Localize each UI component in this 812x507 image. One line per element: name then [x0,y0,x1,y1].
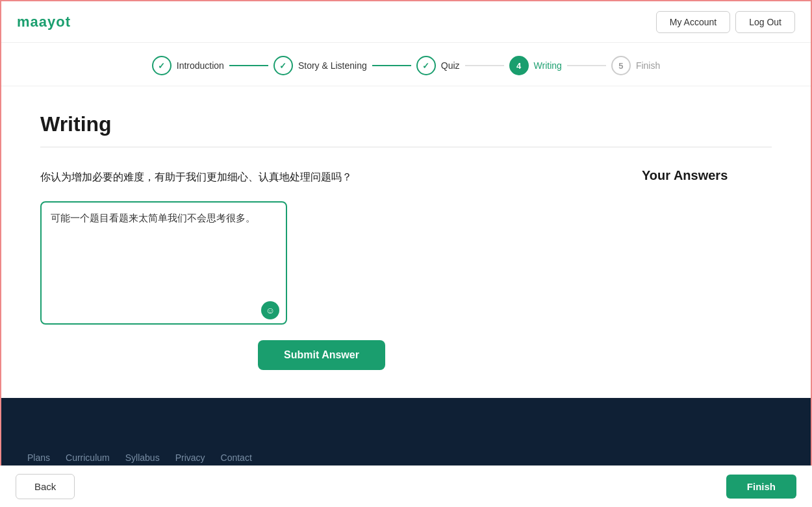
textarea-wrapper: ☺ [40,201,287,327]
emoji-button[interactable]: ☺ [261,301,279,319]
step-introduction[interactable]: Introduction [152,56,224,75]
step-label-quiz: Quiz [441,60,460,71]
step-number-finish: 5 [618,61,623,71]
footer-link-privacy[interactable]: Privacy [175,452,205,463]
checkmark-icon-3 [422,61,429,71]
step-connector-1 [229,65,268,66]
step-circle-story-listening [273,56,293,75]
title-divider [40,147,772,147]
footer-link-curriculum[interactable]: Curriculum [66,452,110,463]
your-answers-section: Your Answers [642,168,772,183]
content-area: 你认为增加必要的难度，有助于我们更加细心、认真地处理问题吗？ ☺ Submit … [40,168,772,370]
main-content: Writing 你认为增加必要的难度，有助于我们更加细心、认真地处理问题吗？ ☺… [1,86,811,398]
step-connector-4 [567,65,606,66]
question-section: 你认为增加必要的难度，有助于我们更加细心、认真地处理问题吗？ ☺ Submit … [40,168,603,370]
step-quiz[interactable]: Quiz [416,56,460,75]
step-circle-introduction [152,56,171,75]
step-writing[interactable]: 4 Writing [509,56,562,75]
step-number-writing: 4 [516,61,521,71]
step-label-story-listening: Story & Listening [298,60,367,71]
my-account-button[interactable]: My Account [656,11,730,33]
answer-input[interactable] [40,201,287,325]
checkmark-icon-2 [279,61,286,71]
finish-button[interactable]: Finish [726,475,796,499]
page-title: Writing [40,112,772,136]
footer-link-contact[interactable]: Contact [221,452,252,463]
steps-nav: Introduction Story & Listening Quiz 4 Wr… [1,43,811,86]
step-circle-writing: 4 [509,56,529,75]
step-label-writing: Writing [534,60,562,71]
step-circle-finish: 5 [611,56,631,75]
step-circle-quiz [416,56,436,75]
step-label-finish: Finish [636,60,660,71]
step-finish[interactable]: 5 Finish [611,56,660,75]
bottom-bar: Back Finish [0,465,812,507]
step-connector-3 [465,65,504,66]
your-answers-title: Your Answers [642,168,772,183]
footer: Plans Curriculum Syllabus Privacy Contac… [1,398,811,476]
footer-link-plans[interactable]: Plans [27,452,50,463]
logo: maayot [17,14,71,31]
header: maayot My Account Log Out [1,1,811,43]
log-out-button[interactable]: Log Out [735,11,795,33]
back-button[interactable]: Back [16,474,75,499]
checkmark-icon [158,61,165,71]
question-text: 你认为增加必要的难度，有助于我们更加细心、认真地处理问题吗？ [40,168,378,186]
step-story-listening[interactable]: Story & Listening [273,56,367,75]
step-label-introduction: Introduction [177,60,224,71]
footer-links: Plans Curriculum Syllabus Privacy Contac… [27,452,252,463]
footer-link-syllabus[interactable]: Syllabus [125,452,160,463]
submit-answer-button[interactable]: Submit Answer [258,340,385,370]
header-actions: My Account Log Out [656,11,795,33]
step-connector-2 [372,65,411,66]
